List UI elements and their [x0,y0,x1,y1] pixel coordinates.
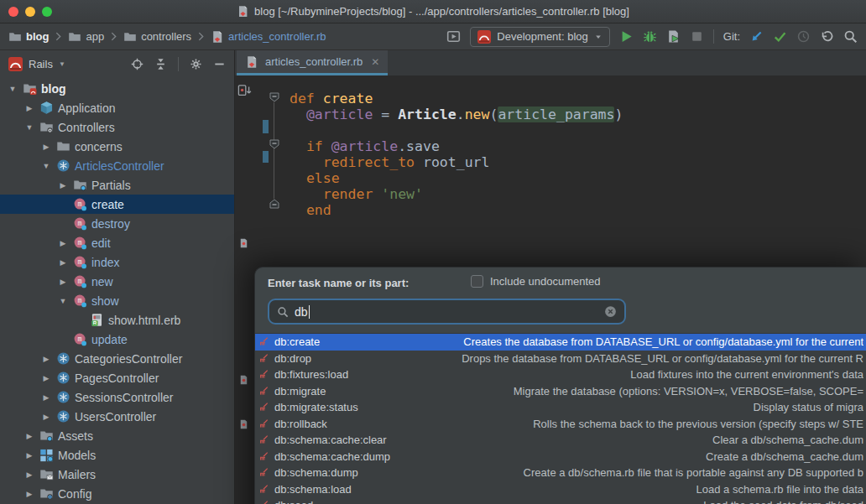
task-row-db:schema:dump[interactable]: db:schema:dumpCreate a db/schema.rb file… [255,465,866,481]
tree-toggle-icon[interactable]: ▼ [40,162,52,170]
tree-item-edit[interactable]: ▶medit [0,233,234,252]
gutter-marker-icon[interactable] [238,418,249,430]
tree-toggle-icon[interactable]: ▶ [57,181,69,190]
task-row-db:schema:cache:dump[interactable]: db:schema:cache:dumpCreate a db/schema_c… [255,449,866,465]
collapse-all-icon[interactable] [154,58,167,70]
gutter-file-marker-icon[interactable] [237,84,253,97]
task-row-db:migrate[interactable]: db:migrateMigrate the database (options:… [255,383,866,400]
fold-marker-icon[interactable] [269,199,279,209]
tree-toggle-icon[interactable]: ▶ [23,490,35,498]
code-line[interactable]: end [290,202,623,218]
run-with-coverage-button[interactable] [666,29,681,44]
run-tool-window-icon[interactable] [446,29,461,44]
fold-marker-icon[interactable] [269,139,279,149]
git-update-icon[interactable] [749,29,764,44]
tree-item-label: edit [91,236,111,250]
editor-tab-bar: articles_controller.rb ✕ [235,50,866,75]
stop-button[interactable] [690,29,704,44]
tree-item-UsersController[interactable]: ▶UsersController [0,407,234,426]
tree-item-SessionsController[interactable]: ▶SessionsController [0,387,234,407]
tree-toggle-icon[interactable]: ▶ [40,374,52,382]
breadcrumb-item-app[interactable]: app [68,30,104,44]
breadcrumb-item-blog[interactable]: blog [8,30,49,44]
tab-articles-controller[interactable]: articles_controller.rb ✕ [237,50,388,75]
tree-item-Config[interactable]: ▶Config [0,484,234,503]
task-row-db:drop[interactable]: db:dropDrops the database from DATABASE_… [255,351,866,367]
tree-item-update[interactable]: mupdate [0,330,234,349]
tree-item-concerns[interactable]: ▶concerns [0,137,234,156]
fold-marker-icon[interactable] [269,92,279,102]
tree-item-Mailers[interactable]: ▶Mailers [0,465,234,484]
debug-button[interactable] [643,29,657,44]
task-row-db:schema:load[interactable]: db:schema:loadLoad a schema.rb file into… [255,481,866,498]
gutter-marker-icon[interactable] [238,374,249,386]
code-line[interactable]: else [290,170,623,186]
tree-toggle-icon[interactable]: ▶ [23,470,35,479]
code-line[interactable]: def create [290,91,623,107]
code-area[interactable]: def create @article = Article.new(articl… [290,91,623,218]
run-configuration-select[interactable]: Development: blog [470,27,609,47]
close-window-button[interactable] [8,7,18,17]
include-undocumented-checkbox[interactable] [471,275,483,288]
task-row-db:create[interactable]: db:createCreates the database from DATAB… [255,334,866,351]
tree-toggle-icon[interactable]: ▶ [57,239,69,247]
tree-toggle-icon[interactable]: ▼ [57,297,69,305]
code-line[interactable] [290,122,623,138]
breadcrumb-item-articles_controller.rb[interactable]: articles_controller.rb [211,30,326,44]
tree-toggle-icon[interactable]: ▶ [57,278,69,286]
tree-item-create[interactable]: mcreate [0,195,234,214]
tree-item-index[interactable]: ▶mindex [0,252,234,272]
task-row-db:fixtures:load[interactable]: db:fixtures:loadLoad fixtures into the c… [255,366,866,383]
task-row-db:rollback[interactable]: db:rollbackRolls the schema back to the … [255,416,866,433]
tree-item-Partials[interactable]: ▶Partials [0,175,234,195]
task-row-db:seed[interactable]: db:seedLoad the seed data from db/seed [255,497,866,504]
code-line[interactable]: render 'new' [290,186,623,202]
hide-panel-icon[interactable] [213,58,226,70]
code-line[interactable]: if @article.save [290,138,623,154]
task-description: Create a db/schema.rb file that is porta… [370,466,863,479]
tree-item-new[interactable]: ▶mnew [0,272,234,291]
tree-item-show.html.erb[interactable]: Rshow.html.erb [0,310,234,330]
gutter-marker-icon[interactable] [238,237,249,249]
tree-toggle-icon[interactable]: ▶ [23,104,35,112]
locate-file-icon[interactable] [131,58,143,70]
tree-item-CategoriesController[interactable]: ▶CategoriesController [0,349,234,368]
code-line[interactable]: @article = Article.new(article_params) [290,107,623,122]
gear-icon[interactable] [190,58,202,70]
task-row-db:schema:cache:clear[interactable]: db:schema:cache:clearClear a db/schema_c… [255,432,866,449]
zoom-window-button[interactable] [42,7,52,17]
code-line[interactable]: redirect_to root_url [290,154,623,170]
search-everywhere-icon[interactable] [843,29,858,44]
tree-item-PagesController[interactable]: ▶PagesController [0,368,234,387]
git-commit-icon[interactable] [773,29,787,44]
close-tab-icon[interactable]: ✕ [371,56,379,68]
history-clock-icon[interactable] [796,29,811,44]
tree-item-Assets[interactable]: ▶Assets [0,426,234,445]
tree-toggle-icon[interactable]: ▶ [57,258,69,267]
tree-item-Application[interactable]: ▶Application [0,98,234,117]
tree-toggle-icon[interactable]: ▶ [40,393,52,402]
tree-toggle-icon[interactable]: ▼ [7,85,18,93]
tree-item-Controllers[interactable]: ▼Controllers [0,117,234,137]
tree-toggle-icon[interactable]: ▼ [23,123,35,132]
tree-toggle-icon[interactable]: ▶ [23,432,35,440]
tree-toggle-icon[interactable]: ▶ [40,143,52,151]
tree-item-blog[interactable]: ▼blog [0,79,234,98]
task-row-db:migrate:status[interactable]: db:migrate:statusDisplay status of migra [255,399,866,416]
tree-item-show[interactable]: ▼mshow [0,291,234,310]
tree-item-destroy[interactable]: mdestroy [0,214,234,233]
task-search-input[interactable]: db [268,299,626,325]
run-button[interactable] [619,29,634,44]
rollback-icon[interactable] [820,29,834,44]
tree-item-ArticlesController[interactable]: ▼ArticlesController [0,156,234,175]
tree-item-Models[interactable]: ▶Models [0,445,234,465]
tree-toggle-icon[interactable]: ▶ [40,355,52,363]
minimize-window-button[interactable] [25,7,35,17]
ruby-file-icon [237,5,249,18]
tree-toggle-icon[interactable]: ▶ [40,413,52,421]
clear-search-icon[interactable] [604,305,617,318]
project-view-selector[interactable]: Rails ▼ [8,57,65,71]
tree-toggle-icon[interactable]: ▶ [23,451,35,460]
breadcrumb-item-controllers[interactable]: controllers [123,30,191,44]
breadcrumb-separator-icon [111,32,117,41]
